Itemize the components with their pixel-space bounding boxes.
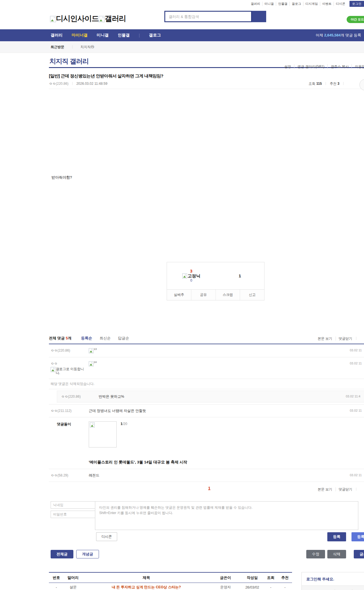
close-comments-link[interactable]: 댓글닫기: [336, 337, 352, 341]
comments-header: 전체 댓글 5개 등록순 최신순 답글순 본문 보기 댓글닫기: [49, 336, 364, 344]
post-list-table: 번호 말머리 제목 글쓴이 작성일 조회 추천 - 설문 내 돈 투자하고 싶게…: [49, 572, 292, 590]
col-category: 말머리: [64, 573, 82, 583]
nav-item-persongal[interactable]: 인물갤: [118, 33, 130, 38]
row-writer[interactable]: 운영자: [210, 583, 241, 590]
all-posts-button[interactable]: 전체글: [51, 550, 73, 558]
comment-view-links: 본문 보기 댓글닫기: [318, 487, 356, 492]
col-number: 번호: [49, 573, 64, 583]
row-title-link[interactable]: 내 돈 투자하고 싶게 만드는 CEO상 스타는?: [82, 583, 210, 590]
broken-image-icon: [90, 422, 95, 428]
gallery-settings-link[interactable]: 설정: [284, 64, 291, 69]
divider: [72, 82, 73, 85]
copy-gallery-url-link[interactable]: 갤주소 복사: [327, 64, 349, 69]
comment-author[interactable]: ㅇㅇ: [51, 409, 57, 413]
breadcrumb-gallery-link[interactable]: 치지직ⓜ: [80, 45, 94, 49]
site-logo[interactable]: 디시인사이드갤러리: [50, 14, 126, 24]
comment-counter: 어제 2,645,584개 댓글 등록: [316, 33, 364, 38]
report-button[interactable]: 신고: [240, 290, 264, 300]
nickname-field[interactable]: [51, 501, 98, 509]
post-body-text: 받아줘야함?: [51, 175, 72, 180]
comment-author[interactable]: ㅇㅇ: [61, 395, 68, 399]
gallery-title[interactable]: 치지직 갤러리: [49, 57, 88, 65]
gallery-menu: 설정 연관 갤러리(0/61) 갤주소 복사 이용안내: [284, 64, 364, 69]
login-button[interactable]: 로그인: [349, 1, 364, 7]
silbechu-button[interactable]: 실베추: [167, 290, 191, 300]
comment-author[interactable]: ㅇㅇ: [51, 362, 57, 366]
related-galleries-link[interactable]: 연관 갤러리(0/61): [294, 64, 324, 69]
sort-replies[interactable]: 답글순: [118, 336, 129, 341]
broken-image-icon: [89, 361, 94, 366]
fixed-nick-label: 고정닉: [188, 273, 200, 279]
col-date: 작성일: [241, 573, 264, 583]
col-recommend: 추천: [278, 573, 292, 583]
ad-headline-link[interactable]: '메이플스토리 인 롯데월드', 3월 14일 대규모 봄 축제 시작: [89, 460, 364, 465]
nav-item-minorgal[interactable]: 마이너갤: [72, 33, 88, 38]
comment-count-number: 2,645,584: [324, 33, 341, 37]
comment-submit-button-secondary[interactable]: 등록: [351, 532, 364, 541]
post-title: [일반] 근데 정신병있는년 안받아줘서 살자하면 그게 내책임임?: [49, 73, 364, 79]
downvote-area[interactable]: 1: [216, 262, 264, 289]
comment-textarea[interactable]: 타인의 권리를 침해하거나 명예를 훼손하는 댓글은 운영원칙 및 관련 법률에…: [95, 501, 358, 530]
comment-notice-line1: 타인의 권리를 침해하거나 명예를 훼손하는 댓글은 운영원칙 및 관련 법률에…: [99, 505, 354, 510]
dccon-alt-text: 24: [94, 361, 97, 364]
nav-item-minigal[interactable]: 미니갤: [97, 33, 109, 38]
top-link-gallery[interactable]: 갤러리: [249, 2, 262, 6]
login-sidebar: 로그인해 주세요. 즐겨찾기 스크랩 알림: [301, 572, 364, 590]
login-message: 로그인해 주세요.: [302, 572, 364, 585]
comment-row: ㅇㅇ(58.29) 레전드 03.02 11: [49, 469, 364, 482]
top-link-minigal[interactable]: 미니갤: [262, 2, 276, 6]
usage-guide-link[interactable]: 이용안내: [351, 64, 364, 69]
top-link-gallog[interactable]: 갤로그: [289, 2, 303, 6]
comment-view-links: 본문 보기 댓글닫기: [318, 336, 356, 341]
post-body: 받아줘야함?: [49, 89, 364, 262]
comment-time: 03.02 11:4: [346, 395, 360, 398]
nav-item-gallog[interactable]: 갤로그: [149, 33, 161, 38]
top-link-dcgame[interactable]: 디시게임: [303, 2, 320, 6]
post-author[interactable]: ㅇㅇ: [49, 82, 56, 86]
night-mode-toggle[interactable]: 야간 모드: [347, 16, 364, 23]
edit-button[interactable]: 수정: [306, 550, 325, 558]
breadcrumb: 최근방문 치지직ⓜ: [0, 41, 364, 53]
comment-author[interactable]: ㅇㅇ: [51, 348, 57, 352]
dccon-button[interactable]: 디시콘: [96, 532, 117, 541]
comment-row: ㅇㅇ(211.112) 근데 정병녀도 너떔에 자살은 안할듯 03.02 11: [49, 405, 364, 417]
comment-form: 타인의 권리를 침해하거나 명예를 훼손하는 댓글은 운영원칙 및 관련 법률에…: [49, 501, 364, 542]
comment-author-ip: (211.112): [57, 409, 72, 413]
password-field[interactable]: [51, 511, 98, 518]
concept-posts-button[interactable]: 개념글: [76, 550, 99, 558]
comment-author[interactable]: ㅇㅇ: [51, 473, 57, 477]
comment-notice-line2: Shift+Enter 키를 동시에 누르면 줄바꿈이 됩니다.: [99, 510, 354, 516]
top-utility-bar: 갤러리 미니갤 인물갤 갤로그 디시게임 이벤트 디시콘 로그인: [0, 0, 364, 7]
dccon-alt-text: 13: [94, 348, 97, 350]
post-stats: 조회 115 추천 3: [309, 81, 346, 86]
share-button[interactable]: 공유: [191, 290, 216, 300]
recent-visit-label[interactable]: 최근방문: [51, 45, 64, 49]
broken-image-icon: [51, 367, 55, 372]
sort-newest[interactable]: 최신순: [100, 336, 111, 341]
post-date: 2026.03.02 11:48:59: [76, 82, 107, 86]
gallog-alt-text: 갤로그로 이동합니다.: [56, 367, 88, 375]
search-input[interactable]: [164, 11, 252, 22]
broken-image-icon: [89, 348, 94, 353]
nav-item-gallery[interactable]: 갤러리: [51, 33, 63, 38]
view-post-link[interactable]: 본문 보기: [318, 487, 332, 491]
comment-submit-button[interactable]: 등록: [327, 532, 346, 541]
top-link-event[interactable]: 이벤트: [320, 2, 334, 6]
upvote-area[interactable]: 3 고정닉 0: [167, 262, 216, 289]
comment-text: 근데 정병녀도 너떔에 자살은 안할듯: [89, 409, 146, 413]
close-comments-link[interactable]: 댓글닫기: [336, 487, 352, 491]
top-link-dccon[interactable]: 디시콘: [334, 2, 347, 6]
deleted-comment: 해당 댓글은 삭제되었습니다.: [49, 379, 364, 389]
comment-dccon: 13: [89, 348, 97, 353]
top-link-persongal[interactable]: 인물갤: [276, 2, 289, 6]
comment-time: 03.02 11: [350, 362, 362, 365]
gallog-link[interactable]: 갤로그로 이동합니다.: [51, 367, 88, 375]
scrap-button[interactable]: 스크랩: [216, 290, 240, 300]
page-number[interactable]: 1: [208, 486, 210, 490]
view-post-link[interactable]: 본문 보기: [318, 337, 332, 341]
ad-thumbnail[interactable]: [89, 421, 117, 447]
sort-registered[interactable]: 등록순: [81, 336, 92, 341]
delete-button[interactable]: 삭제: [327, 550, 346, 558]
write-button[interactable]: 글쓰기: [354, 550, 364, 558]
search-button[interactable]: [252, 11, 266, 22]
